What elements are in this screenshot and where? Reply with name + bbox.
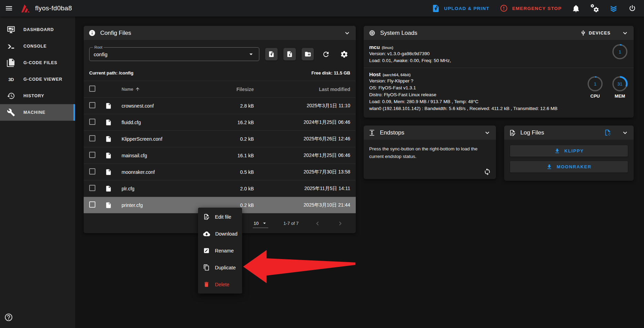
context-menu-rename[interactable]: Rename [198,242,242,259]
menu-down-icon [261,220,268,226]
row-checkbox[interactable] [89,185,95,191]
row-checkbox[interactable] [89,102,95,108]
console-icon [7,42,15,50]
topbar-actions: UPLOAD & PRINT EMERGENCY STOP [432,4,636,13]
sidebar-item-machine[interactable]: MACHINE [0,104,75,121]
settings-gears-icon[interactable] [590,4,599,13]
alert-circle-icon [500,4,508,12]
context-menu-duplicate[interactable]: Duplicate [198,259,242,276]
file-sync-icon[interactable] [604,129,611,136]
context-menu-download[interactable]: Download [198,225,242,242]
rows-per-page-select[interactable]: 10 [253,219,268,228]
root-select[interactable]: Root config [89,47,259,61]
endstops-panel: Endstops Press the sync-button on the ri… [364,126,496,179]
col-last-modified[interactable]: Last modified [254,87,350,92]
log-files-body: KLIPPY MOONRAKER [504,140,634,178]
sidebar-item-history[interactable]: HISTORY [0,88,75,104]
create-folder-button[interactable] [302,48,314,60]
chevron-down-icon[interactable] [343,29,351,37]
table-row[interactable]: moonraker.conf 0.5 kB 2025年7月30日 13:58 [84,163,356,180]
sidebar-item-gcode-viewer[interactable]: 3D G-CODE VIEWER [0,71,75,88]
col-filesize[interactable]: Filesize [202,87,254,92]
path-row: Current path: /config Free disk: 11.5 GB [84,61,356,81]
cpu-gauge: 1 CPU [587,76,603,99]
app-title: flyos-fd0ba8 [35,4,72,12]
sidebar: DASHBOARD CONSOLE G-CODE FILES 3D G-CODE… [0,17,75,328]
table-row[interactable]: plr.cfg 2.0 kB 2025年11月5日 14:11 [84,180,356,197]
download-icon [554,148,560,154]
table-row[interactable]: KlipperScreen.conf 0.2 kB 2025年6月26日 12:… [84,130,356,147]
3d-icon: 3D [7,77,15,82]
file-settings-button[interactable] [338,48,350,60]
help-icon[interactable] [4,313,13,322]
download-moonraker-log-button[interactable]: MOONRAKER [510,161,628,172]
files-icon [7,59,15,67]
table-row[interactable]: fluidd.cfg 16.2 kB 2024年1月25日 06:46 [84,114,356,130]
log-files-header: Log Files [504,126,634,140]
sidebar-item-dashboard[interactable]: DASHBOARD [0,21,75,38]
context-menu-delete[interactable]: Delete [198,276,242,293]
file-icon [105,202,122,209]
upload-file-button[interactable] [265,48,278,60]
chip-icon [368,29,376,37]
upload-print-button[interactable]: UPLOAD & PRINT [432,4,490,13]
next-page-icon[interactable] [336,220,344,227]
sort-by-name[interactable]: Name [122,87,202,92]
file-icon [105,119,122,126]
endstops-body: Press the sync-button on the right-botto… [364,140,496,179]
sidebar-item-console[interactable]: CONSOLE [0,38,75,54]
select-all-checkbox[interactable] [89,86,95,92]
download-klippy-log-button[interactable]: KLIPPY [510,145,628,157]
panel-title: Log Files [520,129,544,136]
chevron-down-icon[interactable] [484,129,491,137]
sync-icon[interactable] [484,168,491,176]
menu-icon[interactable] [5,4,13,12]
cloud-download-icon [203,230,210,237]
table-header: Name Filesize Last modified [84,81,356,97]
dashboard-icon [7,26,15,34]
context-menu-edit-file[interactable]: Edit file [198,208,242,225]
sidebar-item-gcode-files[interactable]: G-CODE FILES [0,54,75,71]
row-checkbox[interactable] [89,201,95,208]
config-files-header[interactable]: Config Files [84,26,356,40]
chevron-down-icon[interactable] [621,129,629,137]
power-icon[interactable] [628,4,636,12]
config-toolbar: Root config [84,40,356,61]
system-loads-panel: System Loads DEVICES mcu(linux) Version:… [364,26,634,118]
create-file-button[interactable] [283,48,296,60]
mem-gauge: 31 MEM [612,76,628,99]
rename-icon [203,247,210,254]
log-files-panel: Log Files KLIPPY MOONRAKER [504,126,634,181]
top-bar: flyos-fd0ba8 UPLOAD & PRINT EMERGENCY ST… [0,0,644,17]
system-loads-body: mcu(linux) Version: v1.3.0-ga98c9d7390 L… [364,40,634,117]
svg-text:1: 1 [619,49,621,54]
table-row[interactable]: crowsnest.conf 2.8 kB 2025年3月1日 11:10 [84,97,356,114]
duplicate-icon [203,264,210,271]
notifications-bell-icon[interactable] [572,4,580,12]
row-checkbox[interactable] [89,168,95,175]
refresh-button[interactable] [320,48,332,60]
row-checkbox[interactable] [89,119,95,125]
delete-icon [203,281,210,288]
download-icon [546,164,552,170]
endstops-message: Press the sync-button on the right-botto… [369,145,486,160]
row-checkbox[interactable] [89,152,95,158]
emergency-stop-button[interactable]: EMERGENCY STOP [500,4,562,12]
layers-icon[interactable] [609,4,618,13]
prev-page-icon[interactable] [314,220,321,227]
free-disk: Free disk: 11.5 GB [311,70,350,76]
endstop-arrows-icon [368,129,375,136]
history-icon [7,92,15,100]
file-icon [105,169,122,176]
panel-title: Config Files [100,30,131,37]
file-icon [105,102,122,109]
edit-file-icon [203,213,210,220]
endstops-header: Endstops [364,126,496,140]
app-logo [18,3,30,14]
file-edit-icon [509,129,516,136]
table-row[interactable]: mainsail.cfg 16.1 kB 2024年1月25日 06:46 [84,147,356,163]
row-checkbox[interactable] [89,135,95,141]
chevron-down-icon[interactable] [621,29,629,37]
file-icon [105,136,122,142]
devices-button[interactable]: DEVICES [580,30,611,36]
